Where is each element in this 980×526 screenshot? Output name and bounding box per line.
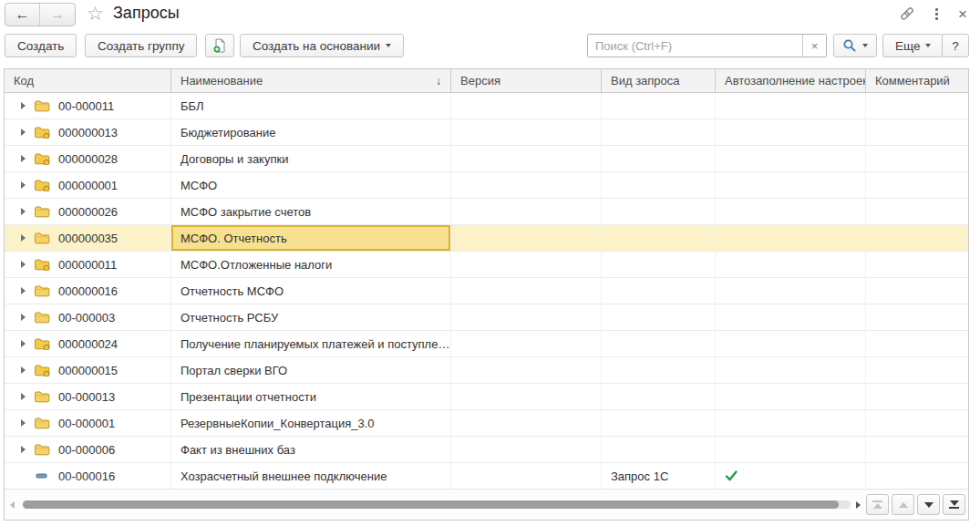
table-row[interactable]: 000000001 МСФО [5, 172, 968, 199]
row-name[interactable]: Бюджетирование [171, 119, 451, 145]
expander-icon[interactable] [21, 261, 26, 268]
search-clear-button[interactable]: × [802, 35, 826, 57]
row-name[interactable]: Отчетность МСФО [171, 278, 451, 304]
expander-icon[interactable] [21, 129, 26, 136]
folder-with-badge-icon [34, 152, 50, 165]
expander-icon[interactable] [21, 366, 26, 374]
link-icon[interactable] [899, 5, 915, 22]
expander-icon[interactable] [21, 155, 26, 162]
row-name[interactable]: МСФО.Отложенные налоги [171, 252, 451, 277]
folder-with-badge-icon [34, 179, 50, 191]
create-by-copy-button[interactable] [205, 34, 234, 57]
column-header-autofill[interactable]: Автозаполнение настроек [716, 69, 866, 92]
create-button[interactable]: Создать [5, 34, 77, 57]
search-options-button[interactable] [833, 34, 877, 57]
sort-desc-icon: ↓ [430, 75, 441, 88]
expander-icon[interactable] [21, 287, 26, 294]
expander-icon[interactable] [21, 419, 26, 427]
row-kind: Запрос 1С [602, 463, 716, 489]
table-row[interactable]: 000000013 Бюджетирование [5, 119, 968, 146]
horizontal-scrollbar[interactable] [23, 500, 851, 509]
table-row[interactable]: 000000035 МСФО. Отчетность [5, 225, 968, 252]
table-row[interactable]: 00-000011 ББЛ [5, 93, 968, 119]
row-name[interactable]: Портал сверки ВГО [171, 357, 451, 383]
row-version [451, 304, 602, 330]
forward-button[interactable]: → [40, 4, 75, 26]
expander-icon[interactable] [21, 446, 26, 453]
row-code: 000000016 [58, 284, 118, 298]
row-autofill [716, 331, 866, 356]
help-button[interactable]: ? [942, 34, 969, 57]
close-icon[interactable]: × [958, 6, 967, 22]
table-row[interactable]: 00-000016 Хозрасчетный внешнее подключен… [5, 463, 968, 490]
row-autofill [716, 146, 866, 171]
table-row[interactable]: 000000016 Отчетность МСФО [5, 278, 968, 304]
table-row[interactable]: 00-000006 Факт из внешних баз [5, 437, 968, 463]
row-name[interactable]: Получение планируемых платежей и поступл… [171, 331, 451, 356]
row-name[interactable]: МСФО [171, 172, 451, 198]
row-name[interactable]: МСФО. Отчетность [171, 225, 451, 251]
table-row[interactable]: 000000024 Получение планируемых платежей… [5, 331, 968, 357]
row-kind [602, 357, 716, 383]
folder-icon [34, 443, 50, 456]
back-button[interactable]: ← [5, 4, 40, 26]
table-row[interactable]: 000000028 Договоры и закупки [5, 146, 968, 172]
more-button[interactable]: Еще [882, 34, 944, 57]
row-name[interactable]: Договоры и закупки [171, 146, 451, 171]
row-comment [866, 331, 968, 356]
table-row[interactable]: 00-000013 Презентации отчетности [5, 384, 968, 410]
scroll-left-icon[interactable] [10, 501, 15, 509]
row-name[interactable]: РезервныеКопии_Конвертация_3.0 [171, 410, 451, 436]
expander-icon[interactable] [21, 393, 26, 400]
scroll-right-icon[interactable] [856, 501, 861, 509]
go-next-button[interactable] [917, 494, 940, 515]
row-comment [866, 252, 968, 277]
row-name[interactable]: Факт из внешних баз [171, 437, 451, 462]
row-name[interactable]: Хозрасчетный внешнее подключение [171, 463, 451, 489]
row-comment [866, 437, 968, 462]
row-code: 00-000006 [58, 443, 115, 457]
row-kind [602, 93, 716, 119]
expander-icon[interactable] [21, 208, 26, 215]
create-group-button[interactable]: Создать группу [85, 34, 197, 57]
go-previous-button[interactable] [892, 494, 914, 515]
favorite-star-icon[interactable]: ☆ [87, 3, 104, 25]
row-name[interactable]: Отчетность РСБУ [171, 304, 451, 330]
go-first-button[interactable] [866, 494, 889, 515]
table-row[interactable]: 000000026 МСФО закрытие счетов [5, 199, 968, 225]
table-row[interactable]: 000000015 Портал сверки ВГО [5, 357, 968, 384]
row-code: 00-000003 [58, 311, 115, 325]
row-comment [866, 119, 968, 145]
column-header-code[interactable]: Код [5, 69, 171, 92]
row-code: 000000013 [58, 126, 118, 139]
search-input[interactable] [588, 35, 802, 57]
row-name[interactable]: ББЛ [171, 93, 451, 119]
row-comment [866, 304, 968, 330]
folder-icon [34, 417, 50, 429]
column-header-kind[interactable]: Вид запроса [602, 69, 716, 92]
column-header-name[interactable]: Наименование ↓ [171, 69, 451, 92]
folder-icon [34, 205, 50, 218]
expander-icon[interactable] [21, 314, 26, 321]
column-header-comment[interactable]: Комментарий [866, 69, 968, 92]
expander-icon[interactable] [21, 340, 26, 347]
menu-dots-icon[interactable] [935, 8, 938, 20]
row-code: 000000015 [58, 364, 118, 377]
table-row[interactable]: 000000011 МСФО.Отложенные налоги [5, 252, 968, 278]
row-name[interactable]: Презентации отчетности [171, 384, 451, 409]
table-row[interactable]: 00-000001 РезервныеКопии_Конвертация_3.0 [5, 410, 968, 437]
row-name[interactable]: МСФО закрытие счетов [171, 199, 451, 224]
history-nav-group: ← → [5, 3, 76, 26]
row-comment [866, 172, 968, 198]
go-last-button[interactable] [943, 494, 965, 515]
expander-icon[interactable] [21, 234, 26, 242]
expander-icon[interactable] [21, 102, 26, 109]
folder-with-badge-icon [34, 258, 50, 271]
scrollbar-thumb[interactable] [23, 500, 839, 509]
row-autofill [716, 463, 866, 489]
create-based-on-button[interactable]: Создать на основании [240, 34, 404, 57]
column-header-version[interactable]: Версия [451, 69, 602, 92]
row-autofill [716, 278, 866, 304]
expander-icon[interactable] [21, 181, 26, 189]
table-row[interactable]: 00-000003 Отчетность РСБУ [5, 304, 968, 331]
